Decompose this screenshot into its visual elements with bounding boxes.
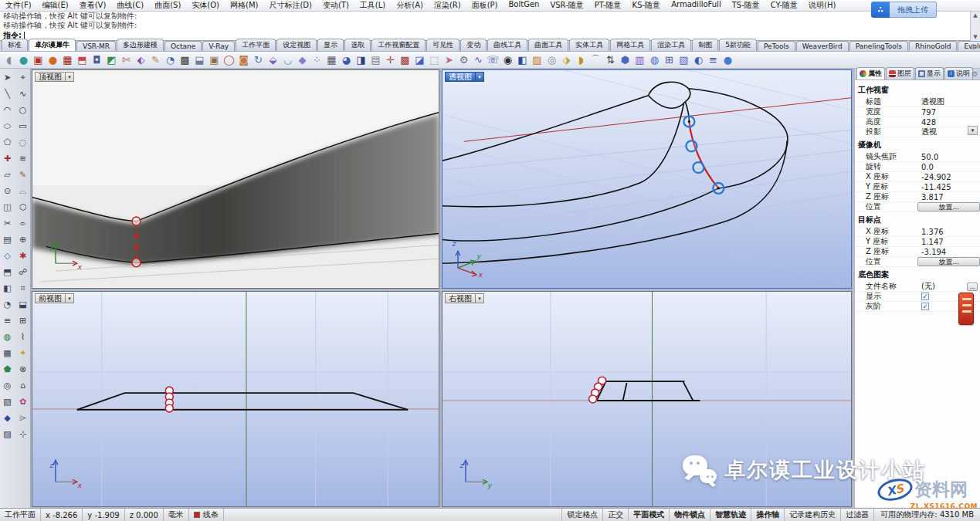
sidebar-tool-icon[interactable]: ◎ <box>1 379 15 393</box>
curve[interactable] <box>597 381 700 401</box>
sidebar-tool-icon[interactable]: ⌗ <box>16 282 30 296</box>
toolbar-icon[interactable]: ➤ <box>442 52 456 67</box>
menu-item[interactable]: 实体(O) <box>186 0 225 12</box>
property-value[interactable]: 1.376 <box>921 228 980 236</box>
menu-item[interactable]: KS-随意 <box>627 0 666 12</box>
status-cell[interactable]: x -8.266 <box>41 509 83 521</box>
show-checkbox[interactable]: ✓ <box>921 293 929 300</box>
sidebar-tool-icon[interactable]: ≋ <box>16 152 30 166</box>
menu-item[interactable]: TS-随意 <box>727 0 765 12</box>
filename-value[interactable]: (无) <box>921 281 967 292</box>
toolbar-icon[interactable]: ◉ <box>500 52 515 67</box>
toolbar-icon[interactable]: ◪ <box>412 52 427 67</box>
viewport-title-label[interactable]: 透视图 <box>445 72 476 82</box>
toolbar-icon[interactable]: ● <box>16 52 31 67</box>
status-toggle[interactable]: 物件锁点 <box>670 509 710 521</box>
toolbar-icon[interactable]: ◖ <box>2 52 16 67</box>
toolbar-icon[interactable]: ⊞ <box>662 52 677 67</box>
toolbar-icon[interactable]: ◔ <box>163 52 178 67</box>
menu-item[interactable]: VSR-随意 <box>544 0 588 12</box>
property-value[interactable]: 3.817 <box>921 193 980 201</box>
status-toggle[interactable]: 记录建构历史 <box>785 509 841 521</box>
status-toggle[interactable]: 正交 <box>603 509 629 521</box>
toolbar-icon[interactable]: ◘ <box>90 52 104 67</box>
sidebar-tool-icon[interactable]: ◍ <box>1 330 15 344</box>
gear-icon[interactable]: ⚙ <box>972 70 978 78</box>
toolbar-icon[interactable]: ⬢ <box>618 52 632 67</box>
toolbar-icon[interactable]: ◍ <box>647 52 662 67</box>
control-points[interactable] <box>165 387 173 412</box>
property-value[interactable]: -3.194 <box>921 248 980 256</box>
toolbar-icon[interactable]: ⇅ <box>603 52 618 67</box>
sidebar-tool-icon[interactable]: ⬟ <box>1 363 15 377</box>
menu-item[interactable]: 变动(T) <box>317 0 354 12</box>
sidebar-tool-icon[interactable]: ⬒ <box>1 266 15 279</box>
toolbar-icon[interactable]: ◕ <box>339 52 354 67</box>
projection-select[interactable]: 透视▾ <box>921 127 980 137</box>
toolbar-icon[interactable]: ⬖ <box>134 52 148 67</box>
property-value[interactable]: 797 <box>921 108 980 117</box>
toolbar-icon[interactable]: ● <box>46 52 60 67</box>
toolbar-tab[interactable]: 工作视窗配置 <box>371 39 426 51</box>
toolbar-icon[interactable]: ◡ <box>280 52 295 67</box>
sidebar-tool-icon[interactable]: ○ <box>16 103 30 117</box>
sidebar-tool-icon[interactable]: ▦ <box>1 347 15 360</box>
toolbar-icon[interactable]: ▤ <box>368 52 383 67</box>
status-toggle[interactable]: 过滤器 <box>841 509 874 521</box>
sidebar-tool-icon[interactable]: ➤ <box>1 71 15 85</box>
sidebar-tool-icon[interactable]: ▱ <box>1 168 15 182</box>
toolbar-tab[interactable]: VSR-MR <box>76 41 116 51</box>
curve[interactable] <box>77 393 408 410</box>
toolbar-icon[interactable]: ✛ <box>383 52 398 67</box>
toolbar-tab[interactable]: Octane <box>164 41 202 51</box>
control-point[interactable] <box>132 259 141 267</box>
scroll-up-icon[interactable]: ▲ <box>973 12 977 19</box>
sidebar-tool-icon[interactable]: ⬠ <box>1 136 15 150</box>
sidebar-tool-icon[interactable]: ⌖ <box>16 71 30 85</box>
viewport-right[interactable]: z y 右视图 ▾ <box>442 291 852 507</box>
toolbar-icon[interactable]: ◗ <box>574 52 588 67</box>
sidebar-tool-icon[interactable]: ✂ <box>1 217 15 231</box>
toolbar-tab[interactable]: 变动 <box>460 39 487 51</box>
viewport-perspective[interactable]: z y x 透视图 ▾ <box>442 69 852 289</box>
status-cell[interactable]: 毫米 <box>164 509 189 521</box>
viewport-title-top[interactable]: 顶视图 ▾ <box>35 72 74 82</box>
viewport-title-label[interactable]: 右视图 <box>445 293 476 303</box>
toolbar-icon[interactable]: ▦ <box>60 52 75 67</box>
scroll-down-icon[interactable]: ▼ <box>973 33 977 41</box>
sidebar-tool-icon[interactable]: ⊞ <box>16 314 30 328</box>
toolbar-icon[interactable]: ⌒ <box>588 52 603 67</box>
viewport-title-perspective[interactable]: 透视图 ▾ <box>445 72 484 82</box>
toolbar-tab[interactable]: 曲面工具 <box>528 39 568 51</box>
toolbar-tab[interactable]: WeaverBird <box>796 41 849 51</box>
toolbar-icon[interactable]: ● <box>721 52 735 67</box>
menu-item[interactable]: 编辑(E) <box>37 0 74 12</box>
menu-item[interactable]: 渲染(R) <box>429 0 466 12</box>
toolbar-icon[interactable]: ◨ <box>354 52 368 67</box>
selected-curve[interactable] <box>689 122 718 188</box>
menu-item[interactable]: ArmadilloFull <box>666 0 727 12</box>
place-button[interactable]: 放置... <box>917 202 980 211</box>
sidebar-tool-icon[interactable]: ◔ <box>1 298 15 312</box>
toolbar-icon[interactable]: ▩ <box>178 52 192 67</box>
status-toggle[interactable]: 平面模式 <box>629 509 670 521</box>
toolbar-tab[interactable]: V-Ray <box>202 41 235 51</box>
menu-item[interactable]: 曲面(S) <box>149 0 186 12</box>
sidebar-tool-icon[interactable]: ◌ <box>16 136 30 150</box>
menu-item[interactable]: 文件(F) <box>0 0 37 12</box>
sidebar-tool-icon[interactable]: ◠ <box>1 103 15 117</box>
toolbar-icon[interactable]: ◩ <box>104 52 119 67</box>
toolbar-icon[interactable]: ⚙ <box>456 52 471 67</box>
menu-item[interactable]: 查看(V) <box>74 0 112 12</box>
status-cell[interactable]: z 0.000 <box>125 509 164 521</box>
menu-item[interactable]: 网格(M) <box>225 0 263 12</box>
toolbar-icon[interactable]: ⬗ <box>559 52 574 67</box>
sidebar-tool-icon[interactable]: ⌇ <box>16 330 30 344</box>
toolbar-tab[interactable]: 制图 <box>692 39 718 51</box>
toolbar-icon[interactable]: ⬚ <box>427 52 442 67</box>
toolbar-tab[interactable]: PeTools <box>758 41 795 51</box>
sidebar-tool-icon[interactable]: ≡ <box>1 314 15 328</box>
property-value[interactable]: -24.902 <box>921 173 980 181</box>
status-cell[interactable]: y -1.909 <box>83 509 124 521</box>
sidebar-tool-icon[interactable]: ╲ <box>1 87 15 101</box>
